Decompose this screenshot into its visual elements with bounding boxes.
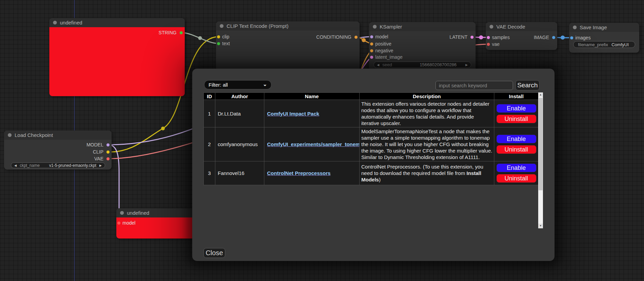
node-save-image[interactable]: Save Image images filename_prefix ComfyU… [569,23,639,53]
cell-id: 3 [204,161,215,185]
seed-widget[interactable]: ◀ seed 156680208700286 ▶ [374,62,471,68]
install-actions: Enable Uninstall [495,102,538,125]
text-input-dot[interactable] [217,42,220,45]
string-output-dot[interactable] [180,31,183,34]
widget-label: filename_prefix [578,42,608,47]
link-dot[interactable] [161,127,165,130]
cell-description: ModelSamplerTonemapNoiseTest a node that… [360,127,494,161]
node-ksampler[interactable]: KSampler model positive negative latent_… [369,22,476,72]
vae-input-dot[interactable] [487,43,490,46]
extension-table-container: ID Author Name Description Install 1 Dr.… [203,92,543,228]
conditioning-output-dot[interactable] [354,36,358,39]
node-undefined-top[interactable]: undefined STRING [49,18,185,96]
output-slot-image: IMAGE [486,35,557,40]
node-title-bar[interactable]: undefined [116,208,205,217]
close-button[interactable]: Close [203,248,225,258]
slot-label: CONDITIONING [316,34,351,40]
table-scrollbar[interactable]: ▲ ▼ [538,92,543,228]
collapse-dot-icon[interactable] [573,25,577,29]
node-title: CLIP Text Encode (Prompt) [227,23,288,29]
clip-output-dot[interactable] [106,151,110,154]
model-output-dot[interactable] [106,143,110,146]
chevron-down-icon: ⌄ [263,83,267,86]
install-actions: Enable Uninstall [495,162,538,185]
cell-author: comfyanonymous [215,127,264,161]
collapse-dot-icon[interactable] [220,24,224,28]
decrement-arrow-icon[interactable]: ◀ [377,63,379,67]
node-title-bar[interactable]: KSampler [369,22,476,31]
slot-label: latent_image [375,54,402,60]
widget-value: 156680208700286 [420,62,457,67]
error-node-body [49,27,185,96]
image-output-dot[interactable] [552,36,555,39]
latent-image-input-dot[interactable] [370,56,373,59]
node-title: undefined [60,20,82,25]
output-slot-clip: CLIP [4,149,112,155]
node-title-bar[interactable]: Save Image [569,23,639,32]
model-input-dot[interactable] [117,222,120,225]
node-undefined-bottom[interactable]: undefined model [116,208,205,239]
node-load-checkpoint[interactable]: Load Checkpoint MODEL CLIP VAE ◀ ckpt_na… [4,130,112,170]
search-button[interactable]: Search [515,80,540,90]
enable-button[interactable]: Enable [496,104,536,113]
images-input-dot[interactable] [570,36,573,39]
enable-button[interactable]: Enable [496,135,536,143]
collapse-dot-icon[interactable] [120,211,124,215]
link-dot[interactable] [561,36,565,40]
description-text: ) [379,177,381,182]
slot-label: positive [375,41,391,47]
negative-input-dot[interactable] [370,49,373,52]
header-name: Name [264,93,360,100]
enable-button[interactable]: Enable [496,163,536,172]
extension-link[interactable]: ControlNet Preprocessors [267,170,331,176]
widget-value: v1-5-pruned-emaonly.ckpt [49,163,97,168]
node-title-bar[interactable]: VAE Decode [486,22,557,31]
collapse-dot-icon[interactable] [53,21,57,24]
uninstall-button[interactable]: Uninstall [496,174,536,183]
node-vae-decode[interactable]: VAE Decode samples vae IMAGE [486,22,557,50]
extension-link[interactable]: ComfyUI Impact Pack [267,111,319,117]
positive-input-dot[interactable] [370,42,373,46]
input-slot-positive: positive [369,41,476,47]
link-dot[interactable] [479,35,483,39]
input-slot-text: text [216,41,360,46]
filename-prefix-widget[interactable]: filename_prefix ComfyUI [573,41,635,48]
node-title-bar[interactable]: CLIP Text Encode (Prompt) [216,21,360,31]
uninstall-button[interactable]: Uninstall [496,145,536,154]
scrollbar-up-arrow-icon[interactable]: ▲ [538,92,543,97]
collapse-dot-icon[interactable] [490,25,493,29]
link-dot[interactable] [362,38,366,42]
slot-label: CLIP [93,149,103,155]
latent-output-dot[interactable] [470,36,474,39]
search-input[interactable] [435,81,513,90]
node-title: Load Checkpoint [15,132,53,138]
extension-table: ID Author Name Description Install 1 Dr.… [203,92,539,185]
filter-selected-value: Filter: all [209,82,228,88]
slot-label: images [575,35,591,40]
widget-value: ComfyUI [611,42,629,47]
output-slot-conditioning: CONDITIONING [216,34,360,40]
widget-label: ckpt_name [20,163,40,168]
extension-link[interactable]: ComfyUI_experiments/sampler_tonemap [267,141,360,147]
increment-arrow-icon[interactable]: ▶ [99,164,102,167]
node-clip-text-encode[interactable]: CLIP Text Encode (Prompt) clip text COND… [216,21,360,72]
slot-label: VAE [94,156,103,161]
input-slot-model: model [116,220,205,226]
slot-label: MODEL [86,142,103,147]
filter-select[interactable]: Filter: all ⌄ [204,80,271,89]
node-title: VAE Decode [496,24,525,30]
node-title-bar[interactable]: undefined [49,18,185,27]
link-dot[interactable] [198,36,202,40]
decrement-arrow-icon[interactable]: ◀ [14,164,17,167]
node-title-bar[interactable]: Load Checkpoint [4,130,112,140]
vae-output-dot[interactable] [106,157,110,160]
extension-manager-dialog: Filter: all ⌄ Search ID Author Name Desc… [192,69,555,261]
scrollbar-down-arrow-icon[interactable]: ▼ [538,224,543,228]
ckpt-name-widget[interactable]: ◀ ckpt_name v1-5-pruned-emaonly.ckpt ▶ [11,162,105,168]
scrollbar-thumb[interactable] [539,98,543,190]
uninstall-button[interactable]: Uninstall [496,115,536,123]
slot-label: negative [375,48,393,53]
increment-arrow-icon[interactable]: ▶ [465,63,468,67]
collapse-dot-icon[interactable] [8,133,12,137]
collapse-dot-icon[interactable] [373,25,377,29]
